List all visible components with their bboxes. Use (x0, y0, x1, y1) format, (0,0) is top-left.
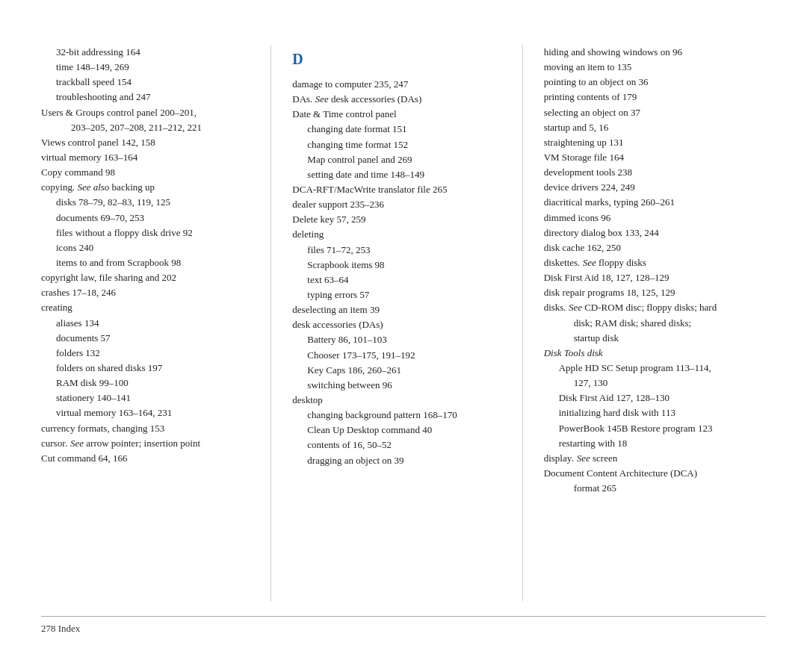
index-entry: icons 240 (41, 240, 250, 255)
index-entry: folders on shared disks 197 (41, 361, 250, 376)
index-entry: changing time format 152 (292, 137, 501, 152)
index-entry: Users & Groups control panel 200–201, (41, 105, 250, 120)
index-entry: Disk First Aid 18, 127, 128–129 (544, 270, 752, 285)
divider-1 (270, 45, 271, 601)
index-entry: Map control panel and 269 (292, 152, 501, 167)
section-letter: D (292, 48, 501, 71)
index-entry: currency formats, changing 153 (41, 421, 250, 436)
index-entry: Scrapbook items 98 (292, 258, 501, 273)
columns: 32-bit addressing 164time 148–149, 269tr… (41, 45, 766, 601)
index-entry: moving an item to 135 (544, 60, 752, 75)
footer-text: 278 Index (41, 623, 80, 634)
index-entry: Document Content Architecture (DCA) (544, 466, 752, 481)
index-entry: DCA-RFT/MacWrite translator file 265 (292, 182, 501, 197)
index-entry: printing contents of 179 (544, 90, 752, 105)
index-entry: items to and from Scrapbook 98 (41, 255, 250, 270)
index-entry: dragging an object on 39 (292, 453, 501, 468)
index-entry: Delete key 57, 259 (292, 212, 501, 227)
index-entry: DAs. See desk accessories (DAs) (292, 92, 501, 107)
index-entry: copying. See also backing up (41, 180, 250, 195)
index-entry: startup disk (544, 331, 752, 346)
index-entry: Clean Up Desktop command 40 (292, 423, 501, 438)
column-3: hiding and showing windows on 96moving a… (531, 45, 766, 601)
index-entry: documents 69–70, 253 (41, 211, 250, 225)
index-entry: straightening up 131 (544, 135, 752, 150)
index-entry: device drivers 224, 249 (544, 180, 752, 195)
index-entry: display. See screen (544, 451, 752, 466)
footer: 278 Index (41, 616, 766, 635)
index-entry: virtual memory 163–164 (41, 150, 250, 165)
index-entry: changing background pattern 168–170 (292, 408, 501, 423)
index-entry: 127, 130 (544, 376, 752, 391)
index-entry: selecting an object on 37 (544, 105, 752, 120)
index-entry: text 63–64 (292, 273, 501, 287)
index-entry: format 265 (544, 481, 752, 496)
index-entry: diskettes. See floppy disks (544, 255, 752, 270)
divider-2 (522, 45, 523, 601)
index-entry: documents 57 (41, 331, 250, 346)
index-entry: PowerBook 145B Restore program 123 (544, 421, 752, 436)
index-entry: restarting with 18 (544, 436, 752, 451)
index-entry: Apple HD SC Setup program 113–114, (544, 361, 752, 376)
index-entry: changing date format 151 (292, 122, 501, 137)
index-entry: pointing to an object on 36 (544, 75, 752, 90)
index-entry: Cut command 64, 166 (41, 451, 250, 466)
index-entry: disk cache 162, 250 (544, 240, 752, 255)
index-entry: initializing hard disk with 113 (544, 405, 752, 420)
index-entry: Battery 86, 101–103 (292, 332, 501, 347)
index-entry: time 148–149, 269 (41, 60, 250, 75)
index-entry: development tools 238 (544, 165, 752, 180)
index-entry: startup and 5, 16 (544, 120, 752, 135)
index-entry: cursor. See arrow pointer; insertion poi… (41, 436, 250, 451)
index-entry: creating (41, 300, 250, 315)
index-entry: Views control panel 142, 158 (41, 135, 250, 150)
index-entry: VM Storage file 164 (544, 150, 752, 165)
column-2: Ddamage to computer 235, 247DAs. See des… (279, 45, 514, 601)
page: 32-bit addressing 164time 148–149, 269tr… (0, 0, 807, 672)
index-entry: Date & Time control panel (292, 107, 501, 122)
index-entry: deleting (292, 227, 501, 242)
index-entry: disks. See CD-ROM disc; floppy disks; ha… (544, 300, 752, 315)
index-entry: aliases 134 (41, 316, 250, 331)
index-entry: crashes 17–18, 246 (41, 285, 250, 300)
index-entry: contents of 16, 50–52 (292, 438, 501, 452)
column-1: 32-bit addressing 164time 148–149, 269tr… (41, 45, 263, 601)
index-entry: files without a floppy disk drive 92 (41, 225, 250, 240)
index-entry: disk; RAM disk; shared disks; (544, 316, 752, 331)
index-entry: folders 132 (41, 346, 250, 361)
index-entry: RAM disk 99–100 (41, 376, 250, 391)
index-entry: dimmed icons 96 (544, 211, 752, 225)
index-entry: dealer support 235–236 (292, 197, 501, 212)
index-entry: switching between 96 (292, 378, 501, 393)
index-entry: deselecting an item 39 (292, 302, 501, 317)
index-entry: Chooser 173–175, 191–192 (292, 348, 501, 363)
index-entry: damage to computer 235, 247 (292, 77, 501, 92)
index-entry: stationery 140–141 (41, 391, 250, 405)
index-entry: files 71–72, 253 (292, 243, 501, 258)
index-entry: 32-bit addressing 164 (41, 45, 250, 60)
index-entry: typing errors 57 (292, 287, 501, 302)
index-entry: Disk First Aid 127, 128–130 (544, 391, 752, 405)
index-entry: Copy command 98 (41, 165, 250, 180)
index-entry: troubleshooting and 247 (41, 90, 250, 105)
index-entry: disk repair programs 18, 125, 129 (544, 285, 752, 300)
index-entry: trackball speed 154 (41, 75, 250, 90)
index-entry: desktop (292, 393, 501, 408)
index-entry: diacritical marks, typing 260–261 (544, 195, 752, 210)
index-entry: Disk Tools disk (544, 346, 752, 361)
index-entry: virtual memory 163–164, 231 (41, 405, 250, 420)
index-entry: setting date and time 148–149 (292, 167, 501, 182)
index-entry: hiding and showing windows on 96 (544, 45, 752, 60)
index-entry: copyright law, file sharing and 202 (41, 270, 250, 285)
index-entry: 203–205, 207–208, 211–212, 221 (41, 120, 250, 135)
index-entry: directory dialog box 133, 244 (544, 225, 752, 240)
index-entry: Key Caps 186, 260–261 (292, 363, 501, 378)
index-entry: desk accessories (DAs) (292, 317, 501, 332)
index-entry: disks 78–79, 82–83, 119, 125 (41, 195, 250, 210)
